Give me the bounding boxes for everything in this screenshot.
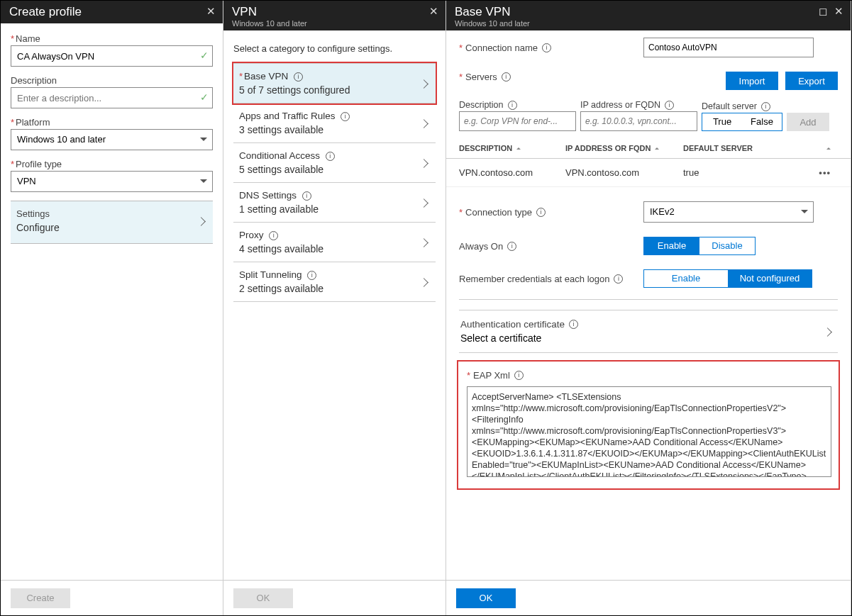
info-icon[interactable]: i	[536, 208, 546, 217]
info-icon[interactable]: i	[294, 72, 303, 82]
blade-subtitle: Windows 10 and later	[232, 19, 307, 28]
check-icon: ✓	[200, 50, 209, 61]
blade-header: VPN Windows 10 and later ✕	[223, 1, 446, 30]
blade-title: Base VPN	[455, 5, 530, 19]
more-icon[interactable]: •••	[819, 167, 831, 178]
srv-ip-label: IP address or FQDN	[580, 100, 660, 110]
profile-type-select[interactable]: VPN	[11, 171, 213, 192]
blade-subtitle: Windows 10 and later	[455, 19, 530, 28]
settings-row[interactable]: Settings Configure	[11, 201, 213, 244]
blade-base-vpn: Base VPN Windows 10 and later ◻ ✕ *Conne…	[446, 1, 851, 615]
info-icon[interactable]: i	[326, 152, 335, 161]
eap-xml-section: *EAP Xmli	[457, 360, 840, 490]
maximize-icon[interactable]: ◻	[819, 5, 827, 18]
import-button[interactable]: Import	[726, 72, 778, 90]
chevron-right-icon	[421, 77, 433, 90]
always-on-label: Always On	[459, 241, 503, 252]
server-table-header: DESCRIPTION IP ADDRESS OR FQDN DEFAULT S…	[446, 138, 851, 159]
toggle-disable[interactable]: Disable	[699, 237, 755, 254]
category-proxy[interactable]: Proxy i4 settings available	[233, 222, 436, 262]
name-input[interactable]	[11, 45, 213, 67]
info-icon[interactable]: i	[508, 101, 517, 110]
export-button[interactable]: Export	[785, 72, 838, 90]
info-icon[interactable]: i	[542, 43, 551, 52]
description-input[interactable]	[11, 87, 213, 108]
category-dns-settings[interactable]: DNS Settings i1 setting available	[233, 182, 436, 223]
ok-button[interactable]: OK	[233, 588, 293, 608]
eap-xml-label: EAP Xml	[473, 370, 510, 381]
servers-label: Servers	[465, 72, 497, 82]
chevron-right-icon	[421, 276, 433, 289]
category-apps-and-traffic-rules[interactable]: Apps and Traffic Rules i3 settings avail…	[233, 103, 436, 143]
eap-xml-textarea[interactable]	[467, 386, 831, 477]
toggle-enable[interactable]: Enable	[644, 237, 699, 254]
chevron-right-icon	[198, 215, 210, 228]
info-icon[interactable]: i	[302, 191, 311, 201]
blade-header: Base VPN Windows 10 and later ◻ ✕	[446, 1, 851, 30]
connection-type-label: Connection type	[465, 207, 532, 218]
settings-value: Configure	[16, 222, 60, 233]
chevron-right-icon	[824, 325, 836, 338]
category-split-tunneling[interactable]: Split Tunneling i2 settings available	[233, 262, 436, 302]
toggle-notconfigured[interactable]: Not configured	[728, 270, 812, 287]
srv-desc-input[interactable]	[459, 111, 576, 131]
ok-button[interactable]: OK	[456, 588, 516, 608]
auth-cert-value: Select a certificate	[460, 332, 578, 344]
info-icon[interactable]: i	[269, 231, 278, 240]
category-base-vpn[interactable]: *Base VPN i5 of 7 settings configured	[233, 63, 436, 103]
chevron-right-icon	[421, 117, 433, 130]
always-on-toggle[interactable]: Enable Disable	[643, 237, 756, 255]
blade-header: Create profile ✕	[1, 1, 223, 23]
settings-label: Settings	[16, 208, 60, 219]
name-label: *Name	[11, 33, 213, 44]
platform-label: *Platform	[11, 117, 213, 128]
check-icon: ✓	[200, 91, 209, 103]
remember-credentials-label: Remember credentials at each logon	[459, 274, 609, 284]
toggle-false[interactable]: False	[742, 113, 782, 130]
server-table-row[interactable]: VPN.contoso.com VPN.contoso.com true •••	[446, 159, 851, 187]
srv-default-label: Default server	[702, 101, 757, 111]
info-icon[interactable]: i	[569, 320, 578, 329]
remember-credentials-toggle[interactable]: Enable Not configured	[643, 269, 812, 288]
toggle-enable[interactable]: Enable	[644, 270, 728, 287]
blade-title: Create profile	[9, 5, 82, 19]
close-icon[interactable]: ✕	[429, 5, 438, 18]
chevron-right-icon	[421, 196, 433, 209]
default-server-toggle[interactable]: True False	[702, 113, 782, 131]
category-conditional-access[interactable]: Conditional Access i5 settings available	[233, 142, 436, 183]
authentication-certificate-row[interactable]: Authentication certificatei Select a cer…	[459, 310, 838, 353]
info-icon[interactable]: i	[761, 102, 770, 111]
connection-name-input[interactable]	[643, 38, 814, 57]
info-icon[interactable]: i	[307, 271, 316, 280]
info-icon[interactable]: i	[665, 101, 674, 110]
toggle-true[interactable]: True	[702, 113, 742, 130]
chevron-right-icon	[421, 157, 433, 169]
create-button[interactable]: Create	[11, 588, 70, 608]
description-label: Description	[11, 75, 213, 86]
blade-create-profile: Create profile ✕ *Name ✓ Description ✓ *…	[1, 1, 223, 615]
add-button[interactable]: Add	[787, 113, 829, 131]
connection-type-select[interactable]: IKEv2	[643, 201, 814, 223]
platform-select[interactable]: Windows 10 and later	[11, 129, 213, 150]
chevron-right-icon	[421, 236, 433, 249]
auth-cert-label: Authentication certificate	[460, 319, 565, 330]
info-icon[interactable]: i	[341, 112, 350, 121]
category-prompt: Select a category to configure settings.	[233, 43, 436, 54]
close-icon[interactable]: ✕	[206, 5, 216, 18]
srv-desc-label: Description	[459, 100, 504, 110]
connection-name-label: Connection name	[465, 43, 538, 53]
info-icon[interactable]: i	[614, 274, 623, 284]
info-icon[interactable]: i	[507, 242, 516, 251]
blade-title: VPN	[232, 5, 307, 19]
blade-vpn: VPN Windows 10 and later ✕ Select a cate…	[223, 1, 446, 615]
profile-type-label: *Profile type	[11, 159, 213, 169]
srv-ip-input[interactable]	[580, 111, 697, 131]
info-icon[interactable]: i	[514, 371, 524, 380]
info-icon[interactable]: i	[502, 72, 511, 82]
close-icon[interactable]: ✕	[834, 5, 843, 18]
